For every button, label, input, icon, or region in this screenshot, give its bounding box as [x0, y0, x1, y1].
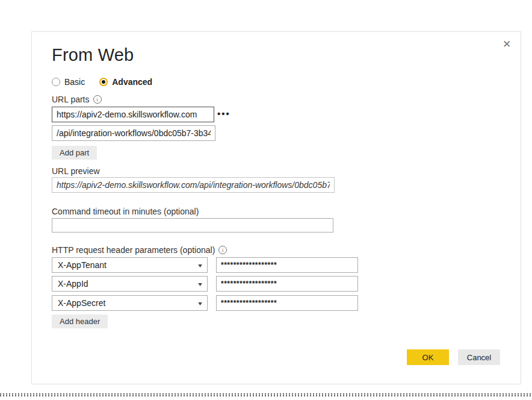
- timeout-label: Command timeout in minutes (optional): [52, 207, 199, 216]
- radio-advanced-dot: [102, 80, 105, 84]
- screen: ✕ From Web Basic Advanced URL parts i ••…: [0, 0, 532, 400]
- chevron-down-icon: ▾: [198, 281, 202, 287]
- dotted-divider: [0, 393, 532, 396]
- more-options-icon[interactable]: •••: [217, 108, 230, 120]
- radio-advanced-circle[interactable]: [99, 78, 108, 86]
- header-value-input-3[interactable]: [216, 295, 358, 311]
- ok-button[interactable]: OK: [407, 349, 449, 365]
- radio-basic[interactable]: Basic: [52, 77, 85, 87]
- chevron-down-icon: ▾: [198, 262, 202, 269]
- timeout-input[interactable]: [52, 218, 333, 233]
- radio-advanced-label: Advanced: [112, 77, 152, 87]
- url-preview-label: URL preview: [52, 166, 100, 176]
- url-preview-label-text: URL preview: [52, 166, 100, 176]
- url-part-2-input[interactable]: [52, 125, 215, 141]
- radio-basic-label: Basic: [64, 77, 85, 87]
- url-parts-label: URL parts i: [52, 95, 102, 104]
- close-icon[interactable]: ✕: [500, 38, 513, 51]
- http-headers-label: HTTP request header parameters (optional…: [52, 245, 227, 255]
- add-part-button[interactable]: Add part: [52, 146, 97, 160]
- timeout-label-text: Command timeout in minutes (optional): [52, 207, 199, 216]
- info-icon[interactable]: i: [218, 246, 227, 254]
- header-name-dropdown-2[interactable]: X-AppId ▾: [52, 276, 208, 292]
- info-icon[interactable]: i: [93, 95, 102, 104]
- header-name-dropdown-1[interactable]: X-AppTenant ▾: [52, 257, 208, 273]
- header-value-input-1[interactable]: [216, 257, 358, 273]
- url-part-1-input[interactable]: [52, 107, 214, 122]
- url-parts-label-text: URL parts: [52, 95, 90, 104]
- header-value-input-2[interactable]: [216, 276, 358, 292]
- cancel-button[interactable]: Cancel: [458, 349, 500, 365]
- chevron-down-icon: ▾: [198, 300, 202, 307]
- mode-radio-group: Basic Advanced: [52, 77, 152, 87]
- http-headers-label-text: HTTP request header parameters (optional…: [52, 245, 215, 255]
- header-name-value-1: X-AppTenant: [58, 260, 107, 270]
- header-name-dropdown-3[interactable]: X-AppSecret ▾: [52, 295, 208, 311]
- header-name-value-3: X-AppSecret: [58, 298, 105, 308]
- radio-basic-circle[interactable]: [52, 78, 60, 86]
- radio-advanced[interactable]: Advanced: [99, 77, 152, 87]
- url-preview-value: [52, 177, 335, 193]
- dialog-title: From Web: [52, 45, 134, 65]
- from-web-dialog: ✕ From Web Basic Advanced URL parts i ••…: [31, 31, 521, 384]
- add-header-button[interactable]: Add header: [52, 314, 108, 328]
- header-name-value-2: X-AppId: [58, 279, 88, 289]
